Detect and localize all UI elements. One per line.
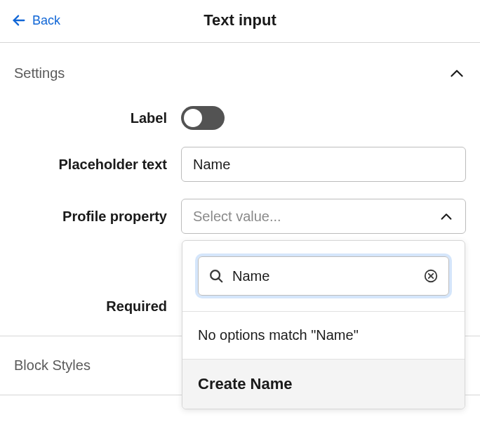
settings-section-header[interactable]: Settings bbox=[0, 43, 480, 98]
block-styles-title: Block Styles bbox=[14, 357, 91, 374]
dropdown-search-input[interactable] bbox=[232, 268, 423, 284]
arrow-left-icon bbox=[11, 13, 27, 28]
select-placeholder: Select value... bbox=[193, 209, 281, 225]
label-toggle[interactable] bbox=[181, 106, 225, 130]
page-title: Text input bbox=[204, 11, 276, 29]
profile-property-dropdown: No options match "Name" Create Name bbox=[182, 240, 465, 409]
svg-line-2 bbox=[218, 278, 222, 282]
create-option[interactable]: Create Name bbox=[182, 360, 465, 409]
back-label: Back bbox=[32, 13, 60, 28]
no-options-message: No options match "Name" bbox=[182, 312, 465, 360]
chevron-up-icon bbox=[448, 64, 466, 82]
search-wrap bbox=[198, 256, 449, 296]
settings-title: Settings bbox=[14, 65, 65, 81]
placeholder-text-input[interactable] bbox=[181, 147, 466, 182]
chevron-up-icon bbox=[439, 209, 454, 224]
clear-icon[interactable] bbox=[423, 268, 439, 284]
profile-property-select[interactable]: Select value... bbox=[181, 199, 466, 234]
search-icon bbox=[208, 268, 224, 284]
profile-property-label: Profile property bbox=[14, 209, 181, 225]
label-field-label: Label bbox=[14, 110, 181, 126]
back-button[interactable]: Back bbox=[11, 13, 60, 28]
required-label: Required bbox=[14, 298, 181, 315]
placeholder-text-label: Placeholder text bbox=[14, 157, 181, 173]
toggle-knob bbox=[184, 109, 202, 127]
